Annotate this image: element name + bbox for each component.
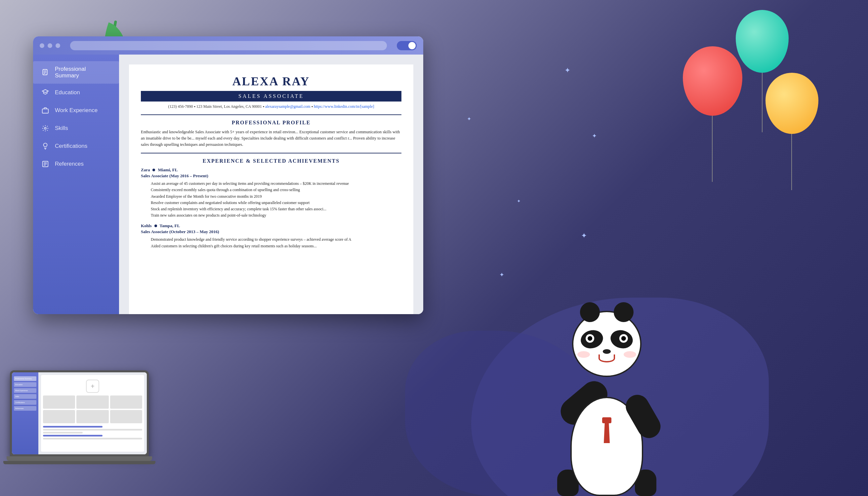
star-icon: ✦ [564,66,570,75]
balloon-string [762,73,762,132]
job-title-zara: Sales Associate (May 2016 – Present) [141,173,401,179]
panda-eye-patch-right [608,328,635,351]
bullet-item: Consistently exceed monthly sales quota … [151,187,401,193]
browser-body: Professional Summary Education Work Expe… [33,55,423,314]
panda-ear-left [580,302,600,322]
sidebar-item-professional-summary[interactable]: Professional Summary [33,61,119,84]
job-entry-zara: Zara Miami, FL Sales Associate (May 2016… [141,167,401,219]
star-icon: ✦ [467,116,471,122]
star-icon: ✦ [499,271,504,278]
resume-divider-2 [141,153,401,153]
sidebar-item-label: Skills [55,125,68,131]
mini-sidebar-item: Skills [14,394,36,399]
address: 123 Main Street, Los Angeles, CA 90001 [197,104,262,109]
company-location: Tampa, FL [160,223,180,229]
bullet-item: Demonstrated product knowledge and frien… [151,236,401,243]
job-title-kohls: Sales Associate (October 2013 – May 2016… [141,229,401,234]
sidebar-item-education[interactable]: Education [33,84,119,102]
separator: ▪ [311,104,314,109]
sidebar: Professional Summary Education Work Expe… [33,55,119,314]
browser-dot [40,43,44,48]
bullet-item: Assist an average of 45 customers per da… [151,181,401,187]
sidebar-item-label: Professional Summary [55,66,111,79]
panda-ear-right [614,302,634,322]
red-balloon [683,46,742,116]
sidebar-item-certifications[interactable]: Certifications [33,137,119,155]
yellow-balloon [765,73,818,134]
experience-section-title: Experience & Selected Achievements [141,158,401,164]
sidebar-item-label: Certifications [55,143,87,150]
laptop-screen-inner: Professional Summary Education Work Expe… [12,372,147,454]
browser-topbar [33,36,423,55]
svg-rect-4 [42,109,48,113]
panda-mouth [599,355,615,362]
laptop-foot [3,461,155,464]
svg-point-5 [44,127,46,129]
panda-pupil-right [621,336,626,341]
job-entry-kohls: Kohls Tampa, FL Sales Associate (October… [141,223,401,249]
tie-knot [602,417,611,423]
star-icon: ✦ [592,132,597,140]
resume-divider [141,114,401,115]
mini-sidebar-item: Education [14,382,36,387]
separator: ▪ [263,104,265,109]
mini-sidebar-item: References [14,406,36,411]
sidebar-item-skills[interactable]: Skills [33,119,119,137]
browser-window: Professional Summary Education Work Expe… [33,36,423,314]
browser-dot [48,43,52,48]
bullet-item: Awarded Employee of the Month for two co… [151,193,401,200]
mini-card: + [41,375,144,452]
panda-tie [602,417,611,443]
teal-balloon [736,10,789,73]
bullet-item: Resolve customer complaints and negotiat… [151,200,401,206]
sidebar-item-label: Work Experience [55,107,97,114]
profile-section-title: Professional Profile [141,120,401,126]
mini-sidebar-item: Certifications [14,400,36,405]
browser-toggle[interactable] [397,41,417,50]
mini-content: + [38,372,147,454]
panda-eye-white-right [618,333,629,344]
separator: ▪ [194,104,197,109]
reference-icon [41,160,50,168]
panda-eye-patch-left [579,328,605,351]
company-name-kohls: Kohls Tampa, FL [141,223,401,229]
resume-area: Alexa Ray Sales Associate (123) 456-7890… [119,55,423,314]
svg-point-6 [44,143,47,147]
certification-icon [41,142,50,151]
resume-contact: (123) 456-7890 ▪ 123 Main Street, Los An… [141,104,401,109]
laptop-screen: Professional Summary Education Work Expe… [10,370,149,456]
linkedin-link[interactable]: https://www.linkedin.com/in/[sample] [314,104,374,109]
bullet-item: Aided customers in selecting children's … [151,243,401,249]
sidebar-item-label: Education [55,89,80,96]
address-bar[interactable] [70,41,387,50]
sidebar-item-label: References [55,161,84,167]
star-icon: ✦ [517,198,521,204]
bullet-item: Train new sales associates on new produc… [151,212,401,219]
job-bullets-kohls: Demonstrated product knowledge and frien… [141,236,401,249]
tie-body [604,423,610,443]
document-icon [41,68,50,77]
phone: (123) 456-7890 [168,104,193,109]
company-label: Kohls [141,223,152,229]
email-link[interactable]: alexaraysample@gmail.com [265,104,310,109]
bullet-item: Stock and replenish inventory with effic… [151,206,401,212]
dot-separator [154,224,157,227]
laptop-base [6,456,152,461]
sidebar-item-references[interactable]: References [33,155,119,173]
mini-sidebar-item: Work Experience [14,388,36,393]
browser-dot [56,43,60,48]
profile-text: Enthusiastic and knowledgeable Sales Ass… [141,129,401,148]
briefcase-icon [41,106,50,115]
panda-pupil-left [587,336,593,341]
skill-icon [41,124,50,133]
mini-plus-icon: + [86,379,99,393]
star-icon: ✦ [581,231,587,240]
panda-eye-white-left [585,333,595,344]
sidebar-item-work-experience[interactable]: Work Experience [33,102,119,119]
dot-separator [152,169,155,171]
balloon-string [791,134,792,190]
resume-paper: Alexa Ray Sales Associate (123) 456-7890… [129,64,413,314]
resume-name: Alexa Ray [141,74,401,88]
panda-head [572,311,641,377]
mini-sidebar: Professional Summary Education Work Expe… [12,372,38,454]
